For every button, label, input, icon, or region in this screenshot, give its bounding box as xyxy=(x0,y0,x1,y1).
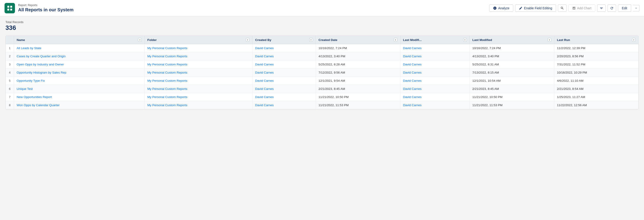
total-records-count: 336 xyxy=(6,24,638,31)
created-by-sort-icon[interactable] xyxy=(309,38,313,42)
last-modified-by-link[interactable]: David Carnes xyxy=(403,63,422,66)
folder-cell: My Personal Custom Reports xyxy=(144,44,252,52)
report-name-link[interactable]: Opportunity Type Fix xyxy=(17,79,45,82)
col-last-modified: Last Modified xyxy=(470,36,554,44)
folder-link[interactable]: My Personal Custom Reports xyxy=(147,87,187,91)
created-by-link[interactable]: David Carnes xyxy=(255,54,274,58)
created-by-link[interactable]: David Carnes xyxy=(255,103,274,107)
last-modified-by-link[interactable]: David Carnes xyxy=(403,95,422,99)
refresh-button[interactable] xyxy=(608,4,616,12)
row-number: 6 xyxy=(6,85,14,93)
folder-link[interactable]: My Personal Custom Reports xyxy=(147,103,187,107)
report-name-cell: Open Opps by Industry and Owner xyxy=(14,60,144,69)
edit-button[interactable]: Edit xyxy=(618,4,631,12)
last-modified-by-sort-icon[interactable] xyxy=(463,38,467,42)
table-row: 1All Leads by StateMy Personal Custom Re… xyxy=(6,44,638,52)
main-content: Total Records 336 Name Folder xyxy=(0,16,644,113)
created-date-cell: 7/12/2022, 9:56 AM xyxy=(316,69,400,77)
created-date-sort-icon[interactable] xyxy=(394,38,398,42)
col-name: Name xyxy=(14,36,144,44)
folder-cell: My Personal Custom Reports xyxy=(144,69,252,77)
last-modified-by-link[interactable]: David Carnes xyxy=(403,103,422,107)
table-row: 4Opportunity Histogram by Sales RepMy Pe… xyxy=(6,69,638,77)
created-by-link[interactable]: David Carnes xyxy=(255,63,274,66)
folder-cell: My Personal Custom Reports xyxy=(144,77,252,85)
created-by-link[interactable]: David Carnes xyxy=(255,71,274,74)
last-run-cell: 2/21/2023, 8:54 AM xyxy=(554,85,638,93)
report-name-link[interactable]: All Leads by State xyxy=(17,46,42,50)
analyze-label: Analyze xyxy=(498,6,510,10)
created-by-link[interactable]: David Carnes xyxy=(255,87,274,91)
enable-field-editing-button[interactable]: Enable Field Editing xyxy=(515,4,556,12)
last-run-cell: 10/16/2022, 10:29 PM xyxy=(554,69,638,77)
field-editing-label: Enable Field Editing xyxy=(524,6,552,10)
filter-button[interactable] xyxy=(597,4,606,12)
report-name-cell: New Opportunities Report xyxy=(14,93,144,101)
folder-link[interactable]: My Personal Custom Reports xyxy=(147,79,187,82)
report-name-cell: Opportunity Histogram by Sales Rep xyxy=(14,69,144,77)
chart-icon xyxy=(572,6,576,10)
header-actions: Analyze Enable Field Editing Add Chart xyxy=(489,4,640,12)
last-modified-by-link[interactable]: David Carnes xyxy=(403,87,422,91)
last-modified-by-cell: David Carnes xyxy=(400,77,470,85)
last-modified-by-cell: David Carnes xyxy=(400,69,470,77)
refresh-icon xyxy=(610,6,614,10)
add-chart-label: Add Chart xyxy=(577,6,592,10)
row-number: 5 xyxy=(6,77,14,85)
folder-link[interactable]: My Personal Custom Reports xyxy=(147,54,187,58)
analyze-button[interactable]: Analyze xyxy=(489,4,513,12)
row-number: 4 xyxy=(6,69,14,77)
table-row: 5Opportunity Type FixMy Personal Custom … xyxy=(6,77,638,85)
edit-dropdown-button[interactable] xyxy=(633,5,640,11)
report-name-link[interactable]: Open Opps by Industry and Owner xyxy=(17,63,64,66)
created-by-link[interactable]: David Carnes xyxy=(255,79,274,82)
folder-link[interactable]: My Personal Custom Reports xyxy=(147,46,187,50)
search-button[interactable] xyxy=(558,4,566,12)
created-by-link[interactable]: David Carnes xyxy=(255,46,274,50)
folder-cell: My Personal Custom Reports xyxy=(144,85,252,93)
created-by-cell: David Carnes xyxy=(252,93,316,101)
folder-link[interactable]: My Personal Custom Reports xyxy=(147,71,187,74)
col-folder: Folder xyxy=(144,36,252,44)
folder-link[interactable]: My Personal Custom Reports xyxy=(147,95,187,99)
last-run-sort-icon[interactable] xyxy=(632,38,636,42)
folder-cell: My Personal Custom Reports xyxy=(144,52,252,60)
last-run-cell: 2/20/2023, 8:56 PM xyxy=(554,52,638,60)
search-icon xyxy=(560,6,564,10)
report-name-link[interactable]: Unique Test xyxy=(17,87,33,91)
created-by-link[interactable]: David Carnes xyxy=(255,95,274,99)
last-modified-by-cell: David Carnes xyxy=(400,44,470,52)
row-number: 8 xyxy=(6,101,14,109)
add-chart-button[interactable]: Add Chart xyxy=(568,4,595,12)
last-modified-by-link[interactable]: David Carnes xyxy=(403,71,422,74)
created-date-cell: 12/1/2021, 9:54 AM xyxy=(316,77,400,85)
folder-link[interactable]: My Personal Custom Reports xyxy=(147,63,187,66)
row-number: 2 xyxy=(6,52,14,60)
folder-sort-icon[interactable] xyxy=(246,38,250,42)
last-modified-by-cell: David Carnes xyxy=(400,93,470,101)
folder-cell: My Personal Custom Reports xyxy=(144,93,252,101)
last-modified-cell: 12/1/2021, 10:54 AM xyxy=(470,77,554,85)
last-modified-by-cell: David Carnes xyxy=(400,60,470,69)
last-modified-by-link[interactable]: David Carnes xyxy=(403,54,422,58)
app-icon xyxy=(4,3,15,13)
last-modified-by-link[interactable]: David Carnes xyxy=(403,46,422,50)
created-by-cell: David Carnes xyxy=(252,69,316,77)
table-row: 7New Opportunities ReportMy Personal Cus… xyxy=(6,93,638,101)
last-modified-cell: 11/21/2022, 11:53 PM xyxy=(470,101,554,109)
last-modified-sort-icon[interactable] xyxy=(548,38,551,42)
name-sort-icon[interactable] xyxy=(138,38,142,42)
report-name-link[interactable]: Cases by Create Quarter and Origin xyxy=(17,54,66,58)
col-created-by: Created By xyxy=(252,36,316,44)
last-modified-by-link[interactable]: David Carnes xyxy=(403,79,422,82)
created-date-cell: 5/25/2022, 8:28 AM xyxy=(316,60,400,69)
row-number: 1 xyxy=(6,44,14,52)
created-date-cell: 4/13/2022, 3:40 PM xyxy=(316,52,400,60)
report-name-link[interactable]: Opportunity Histogram by Sales Rep xyxy=(17,71,66,74)
last-run-cell: 4/6/2022, 11:10 AM xyxy=(554,77,638,85)
last-run-cell: 1/25/2023, 11:27 AM xyxy=(554,93,638,101)
report-name-link[interactable]: Won Opps by Calendar Quarter xyxy=(17,103,60,107)
page-title: All Reports in our System xyxy=(18,7,74,12)
last-modified-cell: 10/16/2022, 7:24 PM xyxy=(470,44,554,52)
report-name-link[interactable]: New Opportunities Report xyxy=(17,95,52,99)
